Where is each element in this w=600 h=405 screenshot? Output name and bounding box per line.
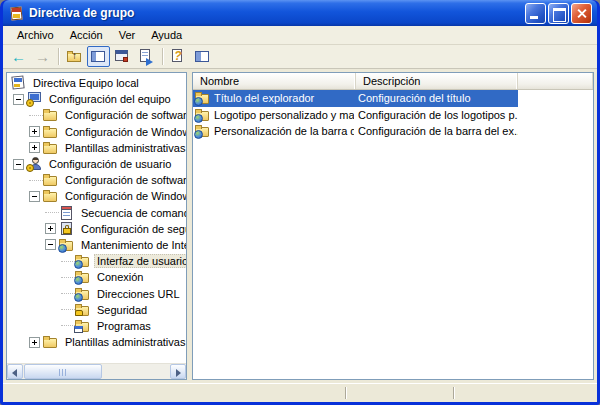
- folder-icon: [43, 141, 59, 155]
- menu-ayuda[interactable]: Ayuda: [143, 27, 190, 43]
- tree-item-configuraci-n-de-software[interactable]: Configuración de software: [7, 172, 186, 188]
- menubar: ArchivoAcciónVerAyuda: [3, 26, 597, 45]
- collapse-toggle[interactable]: [13, 94, 24, 105]
- forward-button: →: [31, 46, 54, 67]
- toolbar-separator: [162, 48, 163, 65]
- tree-item-label: Configuración del equipo: [46, 92, 174, 106]
- tree-connector: [45, 212, 59, 213]
- expand-toggle[interactable]: [29, 142, 40, 153]
- panel-icon: [194, 49, 211, 64]
- folder-icon: [43, 173, 59, 187]
- tree-item-programas[interactable]: Programas: [7, 318, 186, 334]
- tree-item-secuencia-de-comandos[interactable]: Secuencia de comandos: [7, 205, 186, 221]
- tree-connector: [61, 277, 75, 278]
- statusbar-divider: [345, 387, 346, 399]
- toolbar: ←→↑?: [3, 45, 597, 69]
- scroll-right-button[interactable]: [170, 364, 186, 379]
- tree-connector: [61, 309, 75, 310]
- list-row-personalizaci-n-de-la-barra-de[interactable]: Personalización de la barra de...Configu…: [193, 123, 518, 140]
- tree-connector: [61, 293, 75, 294]
- tree-item-conexi-n[interactable]: Conexión: [7, 269, 186, 285]
- tree-item-configuraci-n-de-seguri[interactable]: Configuración de seguri: [7, 221, 186, 237]
- column-header-descripcin[interactable]: Descripción: [356, 73, 518, 89]
- column-header-nombre[interactable]: Nombre: [193, 73, 356, 89]
- list-cell-name: Título del explorador: [211, 92, 354, 104]
- scroll-left-button[interactable]: [7, 364, 23, 379]
- column-header-filler: [518, 73, 593, 89]
- arrow-left-icon: ←: [10, 49, 27, 64]
- menu-archivo[interactable]: Archivo: [9, 27, 62, 43]
- tree-item-label: Configuración de software: [62, 173, 186, 187]
- arrow-right-icon: →: [34, 49, 51, 64]
- tree-view: Directiva Equipo localConfiguración del …: [7, 73, 186, 363]
- console-root-icon: [11, 76, 27, 90]
- tree-item-directiva-equipo-local[interactable]: Directiva Equipo local: [7, 75, 186, 91]
- up-one-level-button[interactable]: ↑: [63, 46, 86, 67]
- window-title: Directiva de grupo: [29, 6, 525, 20]
- folder-icon: [43, 189, 59, 203]
- properties-button[interactable]: [111, 46, 134, 67]
- tree-item-configuraci-n-de-windows[interactable]: Configuración de Windows: [7, 188, 186, 204]
- window-body: ArchivoAcciónVerAyuda ←→↑? Directiva Equ…: [3, 26, 597, 402]
- tree-horizontal-scrollbar[interactable]: [7, 363, 186, 379]
- tree-item-label: Programas: [94, 319, 154, 333]
- tree-item-direcciones-url[interactable]: Direcciones URL: [7, 285, 186, 301]
- tree-item-plantillas-administrativas[interactable]: Plantillas administrativas: [7, 334, 186, 350]
- folder-ie-icon: [75, 287, 91, 301]
- export-list-button[interactable]: [135, 46, 158, 67]
- folder-ie-icon: [195, 108, 211, 122]
- menu-ver[interactable]: Ver: [111, 27, 144, 43]
- expand-toggle[interactable]: [29, 337, 40, 348]
- tree-connector: [61, 261, 75, 262]
- list-cell-description: Configuración del título: [354, 92, 518, 104]
- maximize-button[interactable]: [548, 3, 569, 24]
- tree-item-label: Seguridad: [94, 303, 150, 317]
- minimize-button[interactable]: [525, 3, 546, 24]
- tree-item-label: Configuración de software: [62, 108, 186, 122]
- window: Directiva de grupo ArchivoAcciónVerAyuda…: [0, 0, 600, 405]
- list-row-logotipo-personalizado-y-map[interactable]: Logotipo personalizado y map...Configura…: [193, 107, 518, 124]
- security-lock-icon: [59, 222, 75, 236]
- titlebar: Directiva de grupo: [3, 0, 597, 26]
- tree-connector: [29, 115, 43, 116]
- tree-item-plantillas-administrativas[interactable]: Plantillas administrativas: [7, 140, 186, 156]
- folder-up-icon: ↑: [66, 49, 83, 64]
- console-tree-pane: Directiva Equipo localConfiguración del …: [6, 72, 187, 380]
- collapse-toggle[interactable]: [45, 239, 56, 250]
- tree-item-label: Configuración de Windows: [62, 125, 186, 139]
- tree-item-configuraci-n-de-software[interactable]: Configuración de software: [7, 107, 186, 123]
- show-hide-panel-button[interactable]: [191, 46, 214, 67]
- list-cell-description: Configuración de los logotipos p...: [354, 109, 518, 121]
- back-button[interactable]: ←: [7, 46, 30, 67]
- tree-item-label: Conexión: [94, 270, 146, 284]
- menu-accin[interactable]: Acción: [62, 27, 111, 43]
- tree-item-interfaz-de-usuario[interactable]: Interfaz de usuario: [7, 253, 186, 269]
- tree-connector: [61, 325, 75, 326]
- expand-toggle[interactable]: [45, 223, 56, 234]
- list-cell-description: Configuración de la barra del ex...: [354, 125, 518, 137]
- tree-item-label: Secuencia de comandos: [78, 206, 186, 220]
- script-icon: [59, 206, 75, 220]
- tree-item-mantenimiento-de-intern[interactable]: Mantenimiento de Intern: [7, 237, 186, 253]
- tree-item-label: Configuración de usuario: [46, 157, 174, 171]
- collapse-toggle[interactable]: [29, 191, 40, 202]
- tree-item-label: Plantillas administrativas: [62, 141, 186, 155]
- folder-ie-icon: [75, 270, 91, 284]
- tree-connector: [29, 180, 43, 181]
- close-button[interactable]: [571, 3, 592, 24]
- scrollbar-thumb[interactable]: [24, 364, 102, 379]
- tree-item-configuraci-n-de-usuario[interactable]: Configuración de usuario: [7, 156, 186, 172]
- folder-icon: [43, 108, 59, 122]
- collapse-toggle[interactable]: [13, 159, 24, 170]
- tree-item-seguridad[interactable]: Seguridad: [7, 302, 186, 318]
- properties-icon: [114, 49, 131, 64]
- help-icon: ?: [170, 49, 187, 64]
- folder-lock-icon: [75, 303, 91, 317]
- computer-gear-icon: [27, 92, 43, 106]
- help-button[interactable]: ?: [167, 46, 190, 67]
- expand-toggle[interactable]: [29, 126, 40, 137]
- tree-item-configuraci-n-de-windows[interactable]: Configuración de Windows: [7, 124, 186, 140]
- list-row-t-tulo-del-explorador[interactable]: Título del exploradorConfiguración del t…: [193, 90, 518, 107]
- tree-item-configuraci-n-del-equipo[interactable]: Configuración del equipo: [7, 91, 186, 107]
- show-hide-console-tree-button[interactable]: [87, 46, 110, 67]
